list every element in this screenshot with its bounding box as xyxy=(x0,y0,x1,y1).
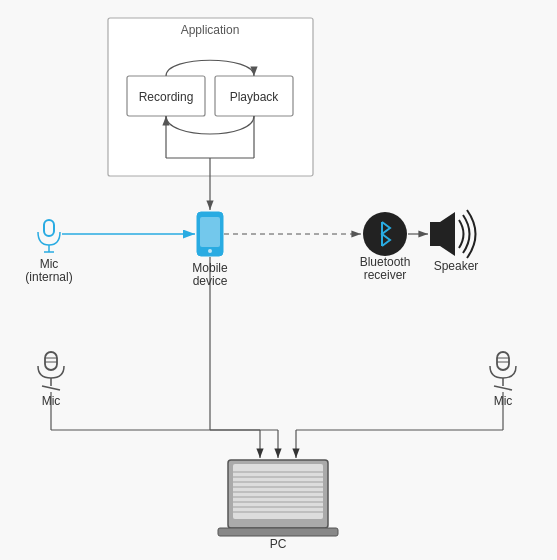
mic-internal-label2: (internal) xyxy=(25,270,72,284)
bluetooth-label1: Bluetooth xyxy=(360,255,411,269)
speaker-label: Speaker xyxy=(434,259,479,273)
mic-internal-body xyxy=(44,220,54,236)
bluetooth-receiver-circle xyxy=(363,212,407,256)
mobile-device-label2: device xyxy=(193,274,228,288)
mobile-home-button xyxy=(208,249,212,253)
mic-left-arc xyxy=(38,366,64,378)
diagram: Application Recording Playback xyxy=(0,0,557,560)
mic-left-label: Mic xyxy=(42,394,61,408)
speaker-wave3 xyxy=(467,210,476,258)
pc-label: PC xyxy=(270,537,287,551)
bluetooth-label2: receiver xyxy=(364,268,407,282)
recording-label: Recording xyxy=(139,90,194,104)
mic-internal-arc xyxy=(38,232,60,245)
speaker-body xyxy=(430,212,455,256)
architecture-diagram: Application Recording Playback xyxy=(0,0,557,560)
mic-right-body xyxy=(497,352,509,370)
mic-right-label: Mic xyxy=(494,394,513,408)
mobile-device-label: Mobile xyxy=(192,261,228,275)
mic-left-body xyxy=(45,352,57,370)
speaker-wave1 xyxy=(459,220,464,248)
mic-left-base xyxy=(42,386,60,390)
application-label: Application xyxy=(181,23,240,37)
mic-right-arc xyxy=(490,366,516,378)
mic-internal-label1: Mic xyxy=(40,257,59,271)
playback-label: Playback xyxy=(230,90,280,104)
mobile-screen xyxy=(200,217,220,247)
mic-right-base xyxy=(494,386,512,390)
pc-base xyxy=(218,528,338,536)
